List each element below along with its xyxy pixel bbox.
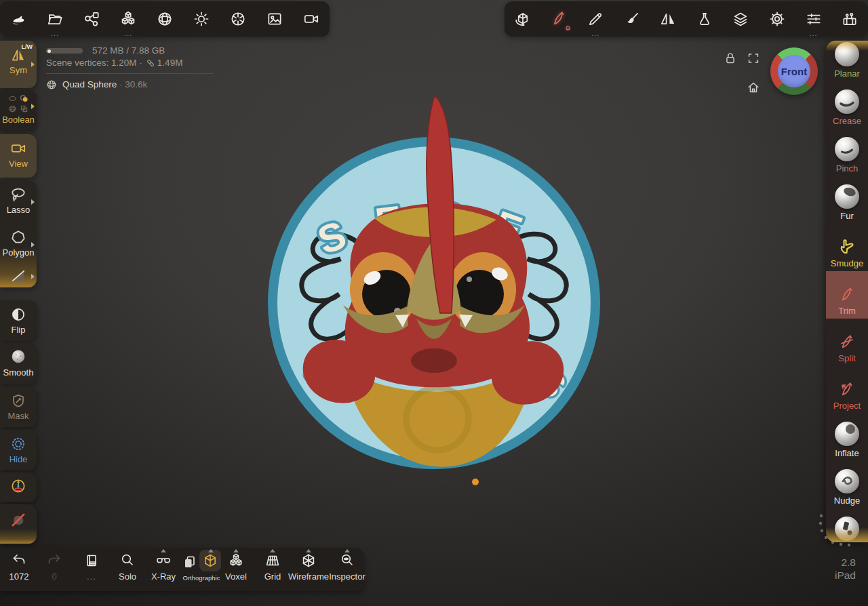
layers-button[interactable] [726, 1, 755, 37]
gizmo-tool-button[interactable] [508, 1, 538, 37]
fullscreen-button[interactable] [746, 51, 761, 66]
symmetry-button[interactable] [653, 1, 683, 37]
boolean-squares-icon [19, 104, 29, 113]
brush-panel: Planar Crease Pinch Fur Smudge Trim Spli… [826, 41, 868, 542]
brush-trim[interactable]: Trim [826, 271, 868, 319]
inspector-eye-icon [339, 552, 355, 569]
gizmo-cube-icon [514, 10, 532, 28]
voxel-label: Voxel [225, 571, 247, 582]
gizmo-axes-icon [9, 477, 27, 495]
lock-button[interactable] [723, 51, 738, 66]
sidebar-item-flip[interactable]: Flip [0, 300, 37, 341]
paintbrush-icon [623, 10, 641, 28]
redo-button[interactable]: 0 [39, 552, 69, 582]
wireframe-button[interactable]: Wireframe [288, 552, 330, 582]
toolbox-button[interactable] [835, 1, 865, 37]
fullscreen-icon [746, 51, 761, 66]
lasso-label: Lasso [7, 205, 31, 215]
brush-split[interactable]: Split [826, 319, 868, 366]
crease-sphere-thumb [835, 89, 859, 114]
orthographic-caret-icon [208, 549, 214, 552]
viewport-3d[interactable]: SERE S S [0, 0, 868, 606]
brush-smudge[interactable]: Smudge [826, 224, 868, 271]
orthographic-button[interactable]: Orthographic [176, 552, 226, 582]
brush-planar[interactable]: Planar [826, 41, 868, 81]
redo-count: 0 [52, 571, 56, 582]
brush-project[interactable]: Project [826, 366, 868, 413]
project-brush-icon [838, 381, 856, 399]
background-button[interactable] [260, 1, 290, 37]
boolean-label: Boolean [2, 115, 35, 125]
aperture-icon [229, 10, 247, 28]
sculpt-tools-button[interactable]: ... [580, 1, 610, 37]
undo-button[interactable]: 1072 [4, 552, 34, 582]
toolbar-top-right: ... ... [505, 1, 868, 37]
sculpt-overflow-dots: ... [580, 30, 610, 37]
inflate-sphere-thumb [835, 422, 859, 446]
mask-label: Mask [7, 411, 28, 421]
fur-label: Fur [840, 211, 854, 221]
sidebar-item-view[interactable]: View [0, 134, 37, 178]
xray-glasses-icon [155, 552, 172, 569]
voxel-cubes-icon [228, 552, 244, 569]
sidebar-item-polygon[interactable]: Polygon [0, 223, 37, 266]
home-view-button[interactable] [746, 80, 761, 95]
sidebar-item-mask[interactable]: Mask [0, 386, 37, 427]
inspector-label: Inspector [329, 571, 365, 582]
orthographic-label: Orthographic [183, 574, 220, 582]
sidebar-item-boolean[interactable]: Boolean [0, 89, 37, 132]
brush-crease[interactable]: Crease [826, 81, 868, 129]
object-row[interactable]: Quad Sphere · 30.6k [46, 79, 213, 91]
files-button[interactable]: ... [40, 1, 70, 37]
brush-fur[interactable]: Fur [826, 176, 868, 224]
brush-pinch[interactable]: Pinch [826, 129, 868, 176]
device-label: iPad [835, 569, 856, 582]
history-menu-button[interactable]: ... [77, 552, 106, 582]
wireframe-label: Wireframe [288, 571, 329, 582]
inflate-label: Inflate [835, 448, 859, 458]
solo-magnifier-icon [119, 552, 136, 569]
sidebar-item-material-off[interactable] [0, 504, 37, 544]
line-caret-icon [31, 274, 35, 279]
orientation-label: Front [781, 66, 807, 77]
grid-button[interactable]: Grid [258, 552, 288, 582]
postprocess-button[interactable] [223, 1, 253, 37]
sym-caret-icon [31, 62, 35, 67]
brush-nudge[interactable]: Nudge [826, 461, 868, 508]
sidebar-item-hide[interactable]: Hide [0, 430, 37, 470]
camera-button[interactable] [296, 1, 326, 37]
sidebar-item-line[interactable] [0, 266, 37, 287]
inspector-caret-icon [344, 549, 350, 552]
inspector-button[interactable]: Inspector [328, 552, 367, 582]
xray-button[interactable]: X-Ray [147, 552, 180, 582]
trim-tool-button[interactable] [544, 1, 574, 37]
brush-inflate[interactable]: Inflate [826, 413, 868, 461]
nomad-logo-button[interactable] [3, 1, 33, 37]
line-ramp-icon [9, 267, 27, 285]
video-camera-icon [302, 10, 320, 28]
lighting-button[interactable] [186, 1, 216, 37]
home-icon [746, 80, 761, 95]
solo-button[interactable]: Solo [113, 552, 142, 582]
paint-button[interactable] [617, 1, 647, 37]
sidebar-item-gizmo[interactable] [0, 472, 37, 502]
memory-bar [46, 48, 83, 54]
panel-drag-handle[interactable] [814, 510, 857, 549]
layers-icon [732, 10, 749, 28]
voxel-button[interactable]: Voxel [221, 552, 251, 582]
scene-graph-button[interactable] [77, 1, 106, 37]
trim-label: Trim [838, 306, 856, 316]
polygon-icon [9, 228, 27, 246]
xray-label: X-Ray [151, 571, 176, 582]
settings-button[interactable] [762, 1, 792, 37]
grid-plane-icon [264, 552, 281, 569]
material-button[interactable] [690, 1, 719, 37]
topology-button[interactable] [150, 1, 180, 37]
sidebar-item-sym[interactable]: L/W Sym [0, 41, 37, 88]
sidebar-item-smooth[interactable]: Smooth [0, 343, 37, 384]
display-settings-button[interactable]: ... [799, 1, 829, 37]
orientation-gizmo[interactable]: Front [770, 47, 818, 95]
multiresolution-button[interactable]: ... [113, 1, 143, 37]
sidebar-item-lasso[interactable]: Lasso [0, 180, 37, 223]
memory-text: 572 MB / 7.88 GB [92, 45, 165, 57]
